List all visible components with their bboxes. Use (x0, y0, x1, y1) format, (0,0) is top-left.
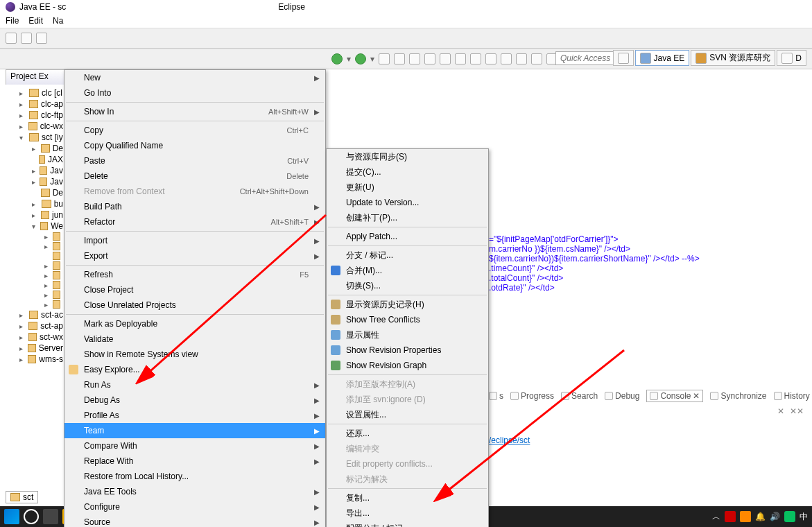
tool-icon[interactable] (485, 53, 496, 64)
expander-icon[interactable]: ▸ (32, 145, 38, 153)
team-submenu[interactable]: 与资源库同步(S)提交(C)...更新(U)Update to Version.… (326, 148, 489, 527)
notification-icon[interactable]: 🔔 (755, 512, 766, 521)
menu-item[interactable]: Close Project (64, 282, 325, 297)
new-icon[interactable] (6, 33, 17, 44)
menu-item[interactable]: RefreshF5 (64, 267, 325, 282)
menu-item[interactable]: Build Path▶ (64, 199, 325, 214)
perspective-svn[interactable]: SVN 资源库研究 (691, 50, 775, 66)
menu-item[interactable]: Close Unrelated Projects (64, 297, 325, 313)
menu-item[interactable]: 提交(C)... (327, 164, 488, 180)
menu-item[interactable]: Debug As▶ (64, 392, 325, 408)
menu-item[interactable]: 合并(M)... (327, 263, 488, 278)
tree-item[interactable]: ▸clc-ap (7, 98, 63, 110)
tree-item[interactable]: ▸jun (7, 209, 63, 221)
menu-item[interactable]: Mark as Deployable (64, 316, 325, 331)
tool-icon[interactable] (394, 53, 405, 64)
expander-icon[interactable]: ▸ (32, 178, 37, 186)
context-menu[interactable]: New▶Go IntoShow InAlt+Shift+W▶CopyCtrl+C… (64, 69, 326, 527)
menu-item[interactable]: 分支 / 标记... (327, 248, 488, 263)
menu-item[interactable]: Validate (64, 331, 325, 347)
menu-item[interactable]: CopyCtrl+C (64, 123, 325, 138)
tray-chevron-icon[interactable]: ︿ (712, 511, 720, 523)
tree-item[interactable] (7, 251, 63, 261)
menu-edit[interactable]: Edit (28, 16, 43, 26)
menu-item[interactable]: 复制... (327, 490, 488, 506)
tool-icon[interactable] (455, 53, 466, 64)
menu-item[interactable]: 更新(U) (327, 180, 488, 195)
tool-icon[interactable] (36, 33, 47, 44)
save-icon[interactable] (21, 33, 32, 44)
expander-icon[interactable]: ▸ (19, 334, 26, 341)
menu-item[interactable]: Easy Explore... (64, 362, 325, 377)
tree-item[interactable]: ▸ (7, 300, 63, 309)
menu-item[interactable]: 设置属性... (327, 407, 488, 422)
menu-item[interactable]: Show Tree Conflicts (327, 312, 488, 327)
menu-item[interactable]: New▶ (64, 70, 325, 85)
tray-shield-icon[interactable] (725, 511, 736, 522)
tree-item[interactable]: ▾We (7, 221, 63, 232)
menu-item[interactable]: 配置分支 / 标记 (327, 521, 488, 527)
menu-item[interactable]: Export▶ (64, 248, 325, 264)
expander-icon[interactable]: ▸ (32, 200, 39, 208)
expander-icon[interactable]: ▸ (19, 123, 26, 130)
task-view-icon[interactable] (43, 509, 58, 524)
console-tab[interactable]: s (489, 391, 503, 401)
tree-item[interactable]: ▸clc [cl (7, 87, 63, 98)
tree-item[interactable]: ▸sct-ap (7, 320, 63, 331)
tool-icon[interactable] (409, 53, 420, 64)
tool-icon[interactable] (379, 53, 390, 64)
menu-item[interactable]: Run As▶ (64, 377, 325, 392)
expander-icon[interactable]: ▸ (44, 233, 50, 241)
run-icon[interactable] (331, 53, 343, 64)
menu-item[interactable]: Source▶ (64, 515, 325, 527)
bottom-tabs[interactable]: sct (6, 491, 38, 503)
menu-item[interactable]: 导出... (327, 506, 488, 521)
tree-item[interactable]: ▸clc-wx (7, 121, 63, 132)
expander-icon[interactable]: ▸ (32, 167, 37, 175)
console-tab[interactable]: Search (561, 391, 598, 401)
tree-item[interactable]: JAX (7, 154, 63, 165)
menu-item[interactable]: Compare With▶ (64, 438, 325, 453)
expander-icon[interactable]: ▾ (32, 223, 37, 230)
menu-item[interactable]: Profile As▶ (64, 408, 325, 423)
tree-item[interactable]: ▸sct-ac (7, 309, 63, 320)
tree-item[interactable]: ▸De (7, 143, 63, 154)
menu-item[interactable]: Java EE Tools▶ (64, 484, 325, 499)
menu-na[interactable]: Na (53, 16, 63, 26)
perspective-d[interactable]: D (777, 50, 806, 66)
console-tabs[interactable]: sProgressSearchDebugConsole ✕Synchronize… (489, 390, 806, 402)
menu-item[interactable]: Replace With▶ (64, 453, 325, 469)
system-tray[interactable]: ︿ 🔔 🔊 中 (712, 511, 808, 523)
tree-item[interactable]: ▸ (7, 270, 63, 280)
perspective-javaee[interactable]: Java EE (635, 50, 690, 66)
menu-item[interactable]: Configure▶ (64, 499, 325, 515)
menu-item[interactable]: 创建补丁(P)... (327, 210, 488, 225)
expander-icon[interactable]: ▸ (19, 311, 26, 319)
tool-icon[interactable] (501, 53, 512, 64)
expander-icon[interactable]: ▸ (19, 112, 26, 119)
tree-item[interactable]: ▸Jav (7, 176, 63, 187)
tree-item[interactable]: ▸bu (7, 198, 63, 209)
expander-icon[interactable]: ▸ (19, 101, 26, 108)
menu-item[interactable]: Team▶ (64, 423, 325, 438)
menu-item[interactable]: 切换(S)... (327, 278, 488, 293)
run-icon[interactable] (355, 53, 366, 64)
start-button[interactable] (4, 509, 19, 524)
tree-item[interactable]: ▸ (7, 232, 63, 241)
tool-icon[interactable] (424, 53, 435, 64)
wechat-icon[interactable] (784, 511, 795, 522)
tree-item[interactable]: ▸sct-wx (7, 331, 63, 343)
menu-file[interactable]: File (6, 16, 19, 26)
console-link[interactable]: /eclipse/sct (489, 435, 530, 445)
expander-icon[interactable]: ▸ (19, 356, 25, 363)
menu-bar[interactable]: File Edit Na (0, 14, 812, 28)
menu-item[interactable]: Show Revision Graph (327, 358, 488, 373)
bottom-tab-sct[interactable]: sct (6, 491, 38, 503)
tree-item[interactable]: ▸clc-ftp (7, 110, 63, 121)
expander-icon[interactable]: ▸ (44, 272, 50, 279)
tree-item[interactable]: ▸ (7, 290, 63, 300)
menu-item[interactable]: Restore from Local History... (64, 469, 325, 484)
tray-icon[interactable]: 中 (800, 511, 808, 523)
console-tab[interactable]: Debug (605, 391, 639, 401)
console-tab[interactable]: History (774, 391, 810, 401)
